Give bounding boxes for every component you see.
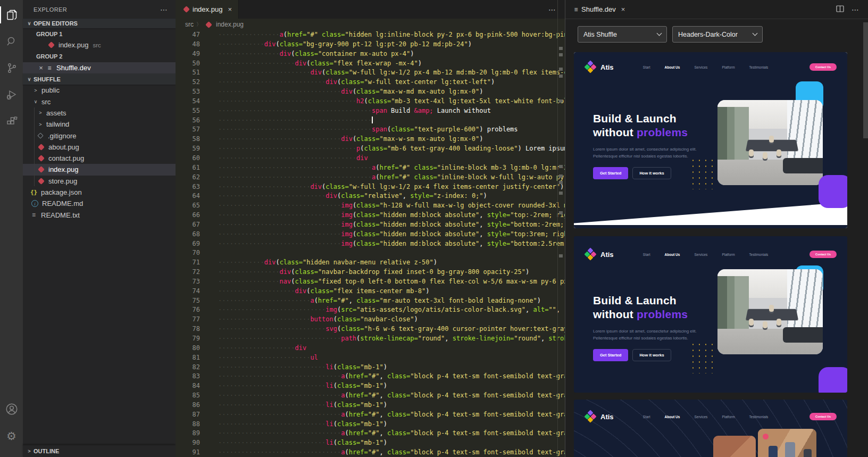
code-line[interactable]: 76····························img(src="a… — [176, 305, 565, 315]
code-line[interactable]: 48············div(class="bg-gray-900 pt-… — [176, 40, 565, 49]
code-line[interactable]: 66································img(cl… — [176, 211, 565, 220]
code-line[interactable]: 75························a(href="#", cl… — [176, 296, 565, 306]
atis-logo-icon[interactable] — [585, 248, 596, 260]
search-icon[interactable] — [0, 31, 23, 52]
code-line[interactable]: 85································a(href… — [176, 391, 565, 401]
atis-logo-icon[interactable] — [585, 61, 596, 73]
code-line[interactable]: 55······································… — [176, 106, 565, 116]
run-debug-icon[interactable] — [0, 84, 23, 105]
tree-item-contact-pug[interactable]: contact.pug — [23, 153, 176, 164]
code-line[interactable]: 74····················div(class="flex it… — [176, 287, 565, 296]
template-select[interactable]: Atis Shuffle — [578, 26, 667, 43]
code-line[interactable]: 83································a(href… — [176, 372, 565, 381]
tree-item--gitignore[interactable]: .gitignore — [23, 130, 176, 141]
preview-card-header-2[interactable]: Atis StartAbout UsServicesPlatformTestim… — [574, 236, 847, 393]
preview-more-actions-icon[interactable]: ⋯ — [852, 5, 859, 14]
tree-item-store-pug[interactable]: store.pug — [23, 176, 176, 187]
code-line[interactable]: 64····························div(class=… — [176, 192, 565, 201]
code-line[interactable]: 81························ul — [176, 353, 565, 363]
site-nav-services[interactable]: Services — [694, 253, 707, 256]
tree-item-tailwind[interactable]: >tailwind — [23, 119, 176, 130]
site-brand[interactable]: Atis — [600, 63, 614, 71]
code-line[interactable]: 50····················div(class="flex fl… — [176, 59, 565, 69]
extensions-icon[interactable] — [0, 111, 23, 132]
site-nav-platform[interactable]: Platform — [722, 415, 735, 419]
account-icon[interactable] — [0, 398, 23, 420]
code-line[interactable]: 65································img(cl… — [176, 201, 565, 211]
tree-item-assets[interactable]: >assets — [23, 107, 176, 119]
code-line[interactable]: 68································img(cl… — [176, 230, 565, 239]
open-editor-shuffle-dev[interactable]: × ≡ Shuffle.dev — [23, 62, 176, 73]
sidebar-more-actions-icon[interactable]: ⋯ — [160, 5, 168, 14]
close-icon[interactable]: × — [621, 5, 625, 13]
editor-more-actions-icon[interactable]: ⋯ — [548, 5, 556, 14]
code-line[interactable]: 67································img(cl… — [176, 220, 565, 230]
site-nav-about-us[interactable]: About Us — [665, 65, 680, 69]
outline-section-header[interactable]: > OUTLINE — [23, 445, 176, 457]
code-line[interactable]: 78····························svg(class=… — [176, 325, 565, 334]
site-nav-platform[interactable]: Platform — [722, 65, 735, 69]
site-nav-start[interactable]: Start — [643, 253, 650, 256]
code-line[interactable]: 61······································… — [176, 163, 565, 173]
explorer-icon[interactable] — [0, 4, 23, 26]
code-line[interactable]: 80····················div — [176, 344, 565, 353]
tree-item-README-md[interactable]: iREADME.md — [23, 198, 176, 209]
site-nav-about-us[interactable]: About Us — [665, 253, 680, 256]
component-select[interactable]: Headers-Dark-Color — [672, 26, 763, 43]
code-line[interactable]: 53································div(cl… — [176, 87, 565, 97]
tree-item-package-json[interactable]: {}package.json — [23, 187, 176, 198]
open-editor-index-pug[interactable]: index.pug src — [23, 39, 176, 51]
how-it-works-button[interactable]: How it works — [632, 167, 671, 179]
code-line[interactable]: 88····························li(class="… — [176, 420, 565, 429]
site-nav-testimonials[interactable]: Testimonials — [749, 65, 769, 69]
code-line[interactable]: 47················a(href="#" class="hidd… — [176, 30, 565, 40]
code-line[interactable]: 63························div(class="w-f… — [176, 182, 565, 192]
tree-item-about-pug[interactable]: about.pug — [23, 142, 176, 153]
project-section-header[interactable]: ∨ SHUFFLE — [23, 73, 176, 85]
site-nav-platform[interactable]: Platform — [722, 253, 735, 256]
code-line[interactable]: 90····························li(class="… — [176, 438, 565, 448]
tree-item-index-pug[interactable]: index.pug — [23, 164, 176, 175]
tree-item-public[interactable]: >public — [23, 85, 176, 96]
site-nav-services[interactable]: Services — [694, 415, 707, 419]
source-control-icon[interactable] — [0, 57, 23, 79]
close-icon[interactable]: × — [228, 5, 232, 13]
code-line[interactable]: 84····························li(class="… — [176, 381, 565, 391]
settings-gear-icon[interactable]: ⚙ — [0, 425, 23, 446]
code-line[interactable]: 82····························li(class="… — [176, 363, 565, 372]
overview-ruler[interactable] — [557, 0, 564, 457]
code-line[interactable]: 79································path(s… — [176, 334, 565, 344]
site-brand[interactable]: Atis — [600, 251, 614, 259]
scrollbar[interactable] — [863, 22, 868, 138]
contact-us-button[interactable]: Contact Us — [809, 251, 837, 258]
site-nav-testimonials[interactable]: Testimonials — [749, 253, 769, 256]
site-nav-start[interactable]: Start — [643, 415, 650, 419]
contact-us-button[interactable]: Contact Us — [809, 413, 837, 420]
code-line[interactable]: 52····························div(class=… — [176, 78, 565, 87]
code-line[interactable]: 71············div(class="hidden navbar-m… — [176, 258, 565, 268]
site-nav-start[interactable]: Start — [643, 65, 650, 69]
tree-item-src[interactable]: ∨src — [23, 96, 176, 107]
preview-card-header-1[interactable]: Atis StartAbout UsServicesPlatformTestim… — [574, 52, 847, 228]
close-icon[interactable]: × — [37, 64, 45, 72]
tab-shuffle-dev[interactable]: ≡ Shuffle.dev × — [565, 0, 631, 19]
site-brand[interactable]: Atis — [600, 413, 614, 421]
tab-index-pug[interactable]: index.pug × — [176, 0, 239, 19]
code-line[interactable]: 91································a(href… — [176, 448, 565, 457]
atis-logo-icon[interactable] — [585, 411, 596, 422]
code-line[interactable]: 62······································… — [176, 173, 565, 182]
code-line[interactable]: 89································a(href… — [176, 429, 565, 438]
contact-us-button[interactable]: Contact Us — [809, 63, 837, 71]
code-line[interactable]: 51························div(class="w-f… — [176, 68, 565, 78]
code-line[interactable]: 60····································di… — [176, 154, 565, 163]
code-line[interactable]: 58································div(cl… — [176, 135, 565, 144]
code-line[interactable]: 56······································… — [176, 116, 565, 126]
how-it-works-button[interactable]: How it works — [632, 349, 671, 361]
preview-card-header-3[interactable]: PRO Atis StartAbout UsServicesPlatformTe… — [574, 400, 847, 457]
open-editors-header[interactable]: ∨ OPEN EDITORS — [23, 19, 176, 28]
code-line[interactable]: 70 — [176, 248, 565, 258]
site-nav-about-us[interactable]: About Us — [665, 415, 680, 419]
code-editor[interactable]: 47················a(href="#" class="hidd… — [176, 30, 565, 457]
get-started-button[interactable]: Get Started — [593, 349, 628, 361]
code-line[interactable]: 87································a(href… — [176, 410, 565, 420]
